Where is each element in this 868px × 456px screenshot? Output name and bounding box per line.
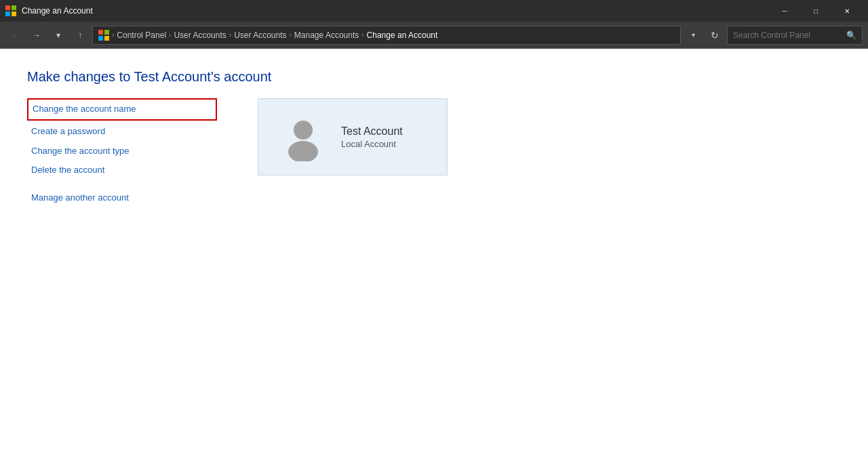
- breadcrumb-sep-3: ›: [290, 31, 292, 39]
- address-dropdown-button[interactable]: ▾: [684, 26, 703, 45]
- breadcrumb-user-accounts-2[interactable]: User Accounts: [234, 30, 286, 40]
- account-type: Local Account: [341, 139, 403, 149]
- svg-rect-3: [12, 12, 16, 16]
- minimize-button[interactable]: ─: [769, 0, 800, 22]
- breadcrumb-change-account: Change an Account: [367, 30, 438, 40]
- change-account-name-link[interactable]: Change the account name: [27, 98, 217, 121]
- delete-account-link[interactable]: Delete the account: [27, 161, 217, 180]
- search-box[interactable]: 🔍: [727, 26, 863, 45]
- svg-rect-1: [12, 5, 16, 10]
- svg-rect-4: [98, 30, 103, 35]
- svg-rect-5: [104, 30, 109, 35]
- account-info: Test Account Local Account: [341, 125, 403, 149]
- breadcrumb-bar: › Control Panel › User Accounts › User A…: [92, 26, 681, 45]
- breadcrumb-sep-2: ›: [229, 31, 231, 39]
- avatar: [279, 112, 328, 161]
- breadcrumb-sep-1: ›: [169, 31, 171, 39]
- change-account-type-link[interactable]: Change the account type: [27, 142, 217, 161]
- svg-rect-7: [104, 36, 109, 41]
- account-card: Test Account Local Account: [258, 98, 448, 175]
- actions-panel: Change the account name Create a passwor…: [27, 98, 217, 208]
- svg-point-8: [294, 121, 313, 140]
- manage-another-account-link[interactable]: Manage another account: [27, 188, 217, 208]
- app-icon: [5, 5, 16, 16]
- maximize-button[interactable]: □: [800, 0, 831, 22]
- breadcrumb-user-accounts-1[interactable]: User Accounts: [174, 30, 226, 40]
- svg-rect-2: [5, 12, 10, 16]
- windows-logo-icon: [98, 30, 109, 41]
- navigation-bar: ← → ▾ ↑ › Control Panel › User Accounts …: [0, 22, 868, 49]
- search-icon: 🔍: [846, 30, 856, 40]
- up-button[interactable]: ↑: [71, 26, 90, 45]
- breadcrumb-sep-4: ›: [361, 31, 363, 39]
- content-area: Make changes to Test Account's account C…: [0, 49, 868, 456]
- account-name: Test Account: [341, 125, 403, 138]
- close-button[interactable]: ✕: [831, 0, 863, 22]
- window-controls: ─ □ ✕: [769, 0, 863, 22]
- forward-button[interactable]: →: [27, 26, 46, 45]
- breadcrumb-manage-accounts[interactable]: Manage Accounts: [294, 30, 359, 40]
- svg-rect-6: [98, 36, 103, 41]
- back-button[interactable]: ←: [5, 26, 24, 45]
- svg-rect-0: [5, 5, 10, 10]
- content-body: Change the account name Create a passwor…: [27, 98, 841, 208]
- search-input[interactable]: [733, 30, 842, 40]
- svg-point-9: [288, 141, 318, 161]
- avatar-icon: [279, 112, 328, 161]
- create-password-link[interactable]: Create a password: [27, 122, 217, 142]
- refresh-button[interactable]: ↻: [705, 26, 724, 45]
- breadcrumb-sep-0: ›: [112, 31, 114, 39]
- main-content: Make changes to Test Account's account C…: [0, 49, 868, 456]
- breadcrumb-control-panel[interactable]: Control Panel: [117, 30, 166, 40]
- title-bar: Change an Account ─ □ ✕: [0, 0, 868, 22]
- page-title: Make changes to Test Account's account: [27, 69, 841, 85]
- window-title: Change an Account: [22, 6, 764, 16]
- dropdown-recent-button[interactable]: ▾: [49, 26, 68, 45]
